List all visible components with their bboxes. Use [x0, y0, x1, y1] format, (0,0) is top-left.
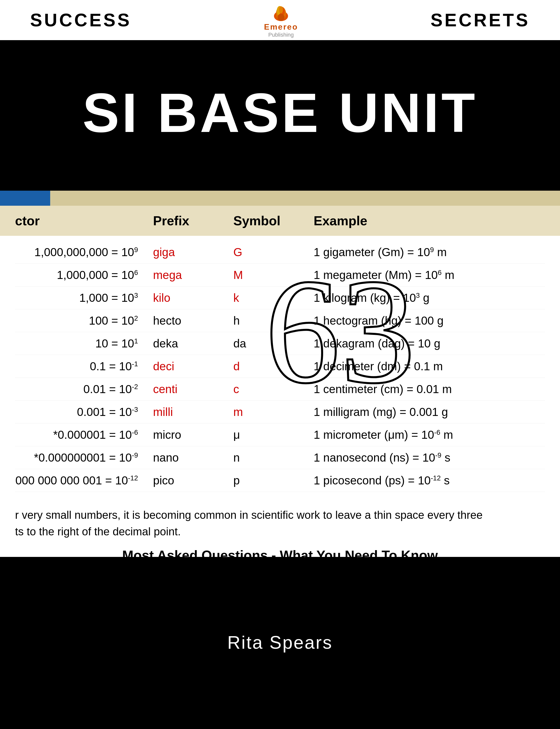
table-row: *0.000000001 = 10-9nanon1 nanosecond (ns…: [15, 446, 545, 469]
footer-note-text: r very small numbers, it is becoming com…: [15, 507, 545, 540]
cell-example: 1 kilogram (kg) = 103 g: [314, 291, 545, 305]
bottom-section: Rita Spears: [0, 557, 560, 729]
cell-example: 1 megameter (Mm) = 106 m: [314, 268, 545, 282]
cell-example: 1 hectogram (hg) = 100 g: [314, 314, 545, 327]
table-row: 1,000 = 103kilok1 kilogram (kg) = 103 g: [15, 286, 545, 309]
tab-section: [0, 186, 560, 206]
header-secrets-label: SECRETS: [431, 10, 530, 30]
cell-symbol: da: [233, 337, 314, 350]
table-row: 0.01 = 10-2centic1 centimeter (cm) = 0.0…: [15, 378, 545, 401]
cell-factor: 1,000 = 103: [15, 291, 153, 305]
flame-icon: [271, 2, 291, 22]
col-example-header: Example: [314, 213, 545, 228]
cell-symbol: M: [233, 268, 314, 282]
cell-symbol: k: [233, 291, 314, 305]
cell-symbol: h: [233, 314, 314, 327]
cell-symbol: d: [233, 359, 314, 373]
cell-prefix: deka: [153, 337, 233, 350]
cell-prefix: mega: [153, 268, 233, 282]
svg-point-5: [277, 14, 285, 21]
cell-symbol: n: [233, 451, 314, 464]
cell-example: 1 picosecond (ps) = 10-12 s: [314, 474, 545, 487]
header-bar: SUCCESS Emereo Publishing SECRETS: [0, 0, 560, 40]
cell-factor: 0.01 = 10-2: [15, 382, 153, 396]
cell-factor: 000 000 000 001 = 10-12: [15, 474, 153, 487]
hero-section: SI BASE UNIT: [0, 40, 560, 186]
table-row: 10 = 101dekada1 dekagram (dag) = 10 g: [15, 332, 545, 355]
cell-prefix: nano: [153, 451, 233, 464]
table-content: 1,000,000,000 = 109gigaG1 gigameter (Gm)…: [0, 236, 560, 497]
cell-symbol: p: [233, 474, 314, 487]
cell-example: 1 decimeter (dm) = 0.1 m: [314, 359, 545, 373]
col-prefix-header: Prefix: [153, 213, 233, 228]
cell-factor: 10 = 101: [15, 337, 153, 350]
cell-example: 1 nanosecond (ns) = 10-9 s: [314, 451, 545, 464]
cell-factor: 100 = 102: [15, 314, 153, 327]
svg-point-4: [279, 6, 283, 13]
logo-subtext: Publishing: [268, 32, 294, 38]
cell-factor: *0.000001 = 10-6: [15, 428, 153, 442]
cell-example: 1 micrometer (μm) = 10-6 m: [314, 428, 545, 442]
cell-prefix: centi: [153, 382, 233, 396]
cell-symbol: G: [233, 245, 314, 259]
cell-factor: 1,000,000 = 106: [15, 268, 153, 282]
cell-example: 1 dekagram (dag) = 10 g: [314, 337, 545, 350]
col-symbol-header: Symbol: [233, 213, 314, 228]
cell-symbol: c: [233, 382, 314, 396]
table-row: 100 = 102hectoh1 hectogram (hg) = 100 g: [15, 309, 545, 332]
cell-factor: 1,000,000,000 = 109: [15, 245, 153, 259]
publisher-logo: Emereo Publishing: [264, 2, 298, 38]
cell-symbol: μ: [233, 428, 314, 442]
header-success-label: SUCCESS: [30, 10, 131, 30]
author-name: Rita Spears: [227, 632, 333, 653]
cell-prefix: giga: [153, 245, 233, 259]
tab-blue[interactable]: [0, 191, 50, 206]
cell-factor: 0.001 = 10-3: [15, 405, 153, 419]
logo-name: Emereo: [264, 22, 298, 32]
col-factor-header: ctor: [15, 213, 153, 228]
table-header: ctor Prefix Symbol Example: [0, 206, 560, 236]
cell-example: 1 gigameter (Gm) = 109 m: [314, 245, 545, 259]
cell-example: 1 centimeter (cm) = 0.01 m: [314, 382, 545, 396]
cell-factor: 0.1 = 10-1: [15, 359, 153, 373]
cell-example: 1 milligram (mg) = 0.001 g: [314, 405, 545, 419]
table-row: 1,000,000,000 = 109gigaG1 gigameter (Gm)…: [15, 241, 545, 264]
cell-prefix: hecto: [153, 314, 233, 327]
table-row: 000 000 000 001 = 10-12picop1 picosecond…: [15, 469, 545, 492]
cell-factor: *0.000000001 = 10-9: [15, 451, 153, 464]
cell-prefix: deci: [153, 359, 233, 373]
cell-prefix: micro: [153, 428, 233, 442]
table-row: *0.000001 = 10-6microμ1 micrometer (μm) …: [15, 423, 545, 446]
cell-symbol: m: [233, 405, 314, 419]
table-row: 0.001 = 10-3millim1 milligram (mg) = 0.0…: [15, 401, 545, 423]
table-row: 0.1 = 10-1decid1 decimeter (dm) = 0.1 m: [15, 355, 545, 378]
tab-tan[interactable]: [50, 191, 560, 206]
cell-prefix: pico: [153, 474, 233, 487]
table-row: 1,000,000 = 106megaM1 megameter (Mm) = 1…: [15, 264, 545, 286]
cell-prefix: kilo: [153, 291, 233, 305]
cell-prefix: milli: [153, 405, 233, 419]
main-title: SI BASE UNIT: [83, 81, 478, 145]
